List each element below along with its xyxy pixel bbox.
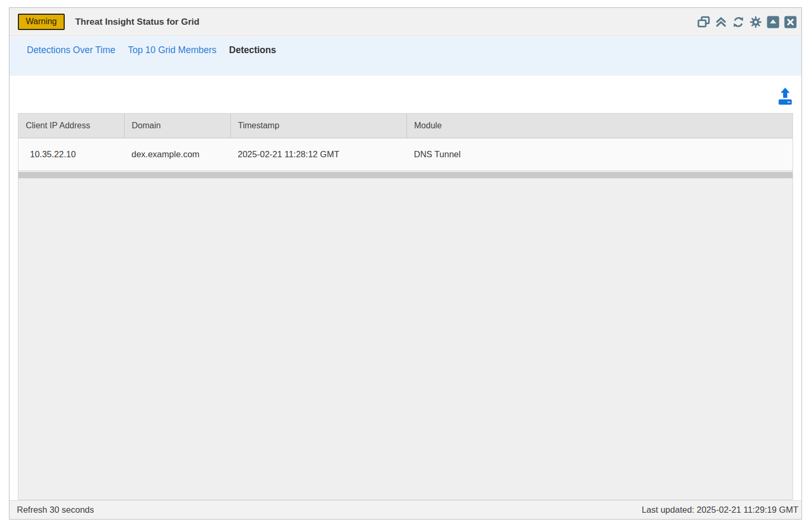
refresh-icon[interactable] xyxy=(732,15,745,29)
detections-grid: Client IP Address Domain Timestamp Modul… xyxy=(18,113,793,500)
table-row[interactable]: 10.35.22.10 dex.example.com 2025-02-21 1… xyxy=(18,138,793,170)
widget-title: Threat Insight Status for Grid xyxy=(75,17,199,27)
detections-table: Client IP Address Domain Timestamp Modul… xyxy=(18,114,793,171)
cell-timestamp: 2025-02-21 11:28:12 GMT xyxy=(230,138,407,170)
close-icon[interactable] xyxy=(784,15,797,29)
column-header-client-ip[interactable]: Client IP Address xyxy=(18,114,124,138)
settings-gear-icon[interactable] xyxy=(749,15,763,29)
table-header-row: Client IP Address Domain Timestamp Modul… xyxy=(18,114,793,138)
horizontal-scrollbar[interactable] xyxy=(18,172,793,178)
cell-module: DNS Tunnel xyxy=(407,138,793,170)
export-strip xyxy=(9,76,801,113)
column-header-domain[interactable]: Domain xyxy=(124,114,230,138)
refresh-interval-text: Refresh 30 seconds xyxy=(17,505,94,515)
export-upload-icon[interactable] xyxy=(777,86,794,106)
status-badge: Warning xyxy=(18,14,65,30)
widget-tabs: Detections Over Time Top 10 Grid Members… xyxy=(9,37,801,76)
column-header-timestamp[interactable]: Timestamp xyxy=(230,114,407,138)
column-header-module[interactable]: Module xyxy=(407,114,793,138)
collapse-all-icon[interactable] xyxy=(714,15,728,29)
cell-domain: dex.example.com xyxy=(124,138,230,170)
widget-toolbar xyxy=(697,15,797,29)
widget-footer: Refresh 30 seconds Last updated: 2025-02… xyxy=(9,500,801,519)
tab-detections-over-time[interactable]: Detections Over Time xyxy=(27,45,115,56)
last-updated-text: Last updated: 2025-02-21 11:29:19 GMT xyxy=(642,505,798,515)
popout-icon[interactable] xyxy=(697,15,710,29)
tab-detections[interactable]: Detections xyxy=(229,45,276,56)
cell-client-ip: 10.35.22.10 xyxy=(18,138,124,170)
tab-top-10-grid-members[interactable]: Top 10 Grid Members xyxy=(128,45,216,56)
minimize-icon[interactable] xyxy=(766,15,780,29)
threat-insight-widget: Warning Threat Insight Status for Grid xyxy=(9,7,802,520)
widget-titlebar: Warning Threat Insight Status for Grid xyxy=(9,8,801,36)
